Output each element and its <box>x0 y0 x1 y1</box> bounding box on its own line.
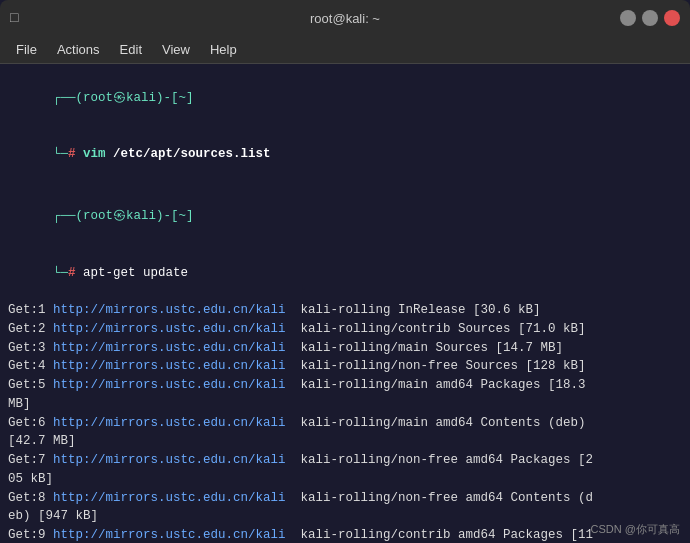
output-line-9: Get:9 http://mirrors.ustc.edu.cn/kali ka… <box>8 526 682 543</box>
output-block: Get:1 http://mirrors.ustc.edu.cn/kali ka… <box>8 301 682 543</box>
menubar: File Actions Edit View Help <box>0 36 690 64</box>
menu-view[interactable]: View <box>154 40 198 59</box>
prompt-line-2-cmd: └─# apt-get update <box>8 245 682 301</box>
menu-file[interactable]: File <box>8 40 45 59</box>
menu-actions[interactable]: Actions <box>49 40 108 59</box>
titlebar: □ root@kali: ~ <box>0 0 690 36</box>
output-line-7: Get:7 http://mirrors.ustc.edu.cn/kali ka… <box>8 451 682 489</box>
window-icon: □ <box>10 10 18 26</box>
output-line-1: Get:1 http://mirrors.ustc.edu.cn/kali ka… <box>8 301 682 320</box>
prompt-line-1-top: ┌──(root㉿kali)-[~] <box>8 70 682 126</box>
output-line-5: Get:5 http://mirrors.ustc.edu.cn/kali ka… <box>8 376 682 414</box>
close-button[interactable] <box>664 10 680 26</box>
minimize-button[interactable] <box>620 10 636 26</box>
menu-edit[interactable]: Edit <box>112 40 150 59</box>
output-line-6: Get:6 http://mirrors.ustc.edu.cn/kali ka… <box>8 414 682 452</box>
prompt-block-2: ┌──(root㉿kali)-[~] └─# apt-get update <box>8 189 682 302</box>
prompt-line-2-top: ┌──(root㉿kali)-[~] <box>8 189 682 245</box>
watermark: CSDN @你可真高 <box>591 522 680 537</box>
output-line-2: Get:2 http://mirrors.ustc.edu.cn/kali ka… <box>8 320 682 339</box>
prompt-line-1-cmd: └─# vim /etc/apt/sources.list <box>8 126 682 182</box>
menu-help[interactable]: Help <box>202 40 245 59</box>
window-controls <box>620 10 680 26</box>
titlebar-title: root@kali: ~ <box>310 11 380 26</box>
output-line-8: Get:8 http://mirrors.ustc.edu.cn/kali ka… <box>8 489 682 527</box>
output-line-4: Get:4 http://mirrors.ustc.edu.cn/kali ka… <box>8 357 682 376</box>
prompt-block-1: ┌──(root㉿kali)-[~] └─# vim /etc/apt/sour… <box>8 70 682 183</box>
maximize-button[interactable] <box>642 10 658 26</box>
titlebar-left: □ <box>10 10 18 26</box>
output-line-3: Get:3 http://mirrors.ustc.edu.cn/kali ka… <box>8 339 682 358</box>
terminal-body[interactable]: ┌──(root㉿kali)-[~] └─# vim /etc/apt/sour… <box>0 64 690 543</box>
